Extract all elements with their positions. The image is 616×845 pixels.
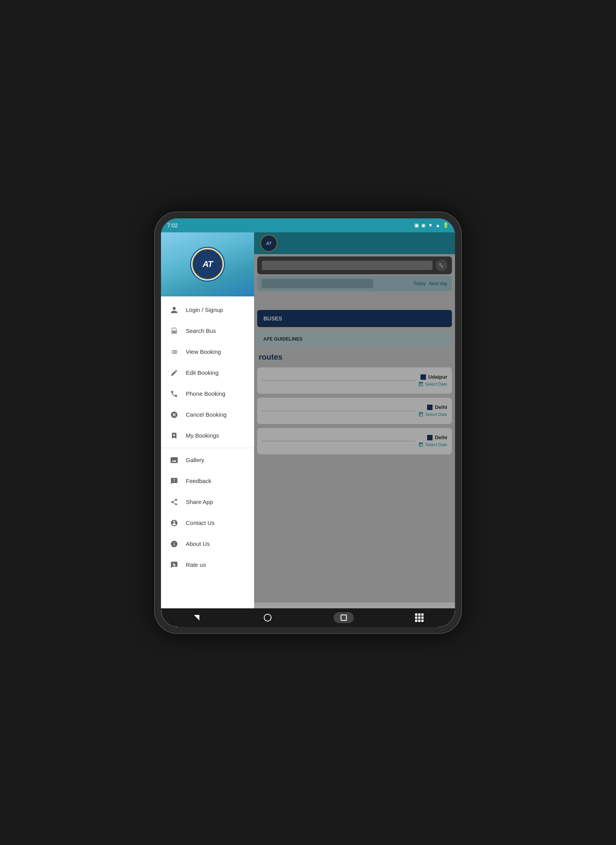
menu-label-edit-booking: Edit Booking — [186, 369, 218, 376]
app-logo: AT — [190, 247, 225, 282]
grid-button[interactable] — [414, 612, 425, 623]
device-nav — [161, 608, 455, 627]
status-time: 7:02 — [167, 222, 178, 229]
menu-item-contact-us[interactable]: Contact Us — [161, 513, 254, 533]
menu-label-cancel-booking: Cancel Booking — [186, 411, 227, 418]
menu-label-gallery: Gallery — [186, 457, 204, 463]
edit-icon — [169, 367, 180, 378]
menu-label-login: Login / Signup — [186, 306, 223, 313]
recents-button[interactable] — [334, 612, 354, 623]
menu-item-login[interactable]: Login / Signup — [161, 300, 254, 320]
logo-text: AT — [202, 259, 213, 269]
rate-icon — [169, 559, 180, 570]
cancel-icon — [169, 409, 180, 420]
signal-icon: ▲ — [435, 222, 440, 228]
drawer: AT Login / Signup — [161, 232, 254, 627]
menu-label-share-app: Share App — [186, 499, 213, 505]
back-button[interactable] — [191, 612, 202, 623]
device-screen: 7:02 ▣ ◉ ▼ ▲ 🔋 AT — [161, 218, 455, 627]
drawer-header: AT — [161, 232, 254, 296]
menu-label-my-bookings: My Bookings — [186, 432, 219, 439]
menu-label-phone-booking: Phone Booking — [186, 390, 225, 397]
main-content: AT Today Next day — [254, 232, 455, 627]
main-area: AT Login / Signup — [161, 232, 455, 627]
menu-item-feedback[interactable]: Feedback — [161, 471, 254, 492]
drawer-menu: Login / Signup Search Bus — [161, 296, 254, 627]
phone-icon — [169, 388, 180, 399]
status-icons: ▣ ◉ ▼ ▲ 🔋 — [414, 222, 449, 228]
menu-item-about-us[interactable]: About Us — [161, 533, 254, 554]
menu-label-contact-us: Contact Us — [186, 519, 215, 526]
location-icon: ◉ — [421, 222, 426, 228]
menu-item-rate-us[interactable]: Rate us — [161, 554, 254, 575]
wifi-icon: ▼ — [428, 222, 433, 228]
status-bar: 7:02 ▣ ◉ ▼ ▲ 🔋 — [161, 218, 455, 232]
list-icon — [169, 346, 180, 357]
share-icon — [169, 497, 180, 507]
menu-label-rate-us: Rate us — [186, 561, 206, 568]
star-bookmark-icon — [169, 430, 180, 441]
menu-item-my-bookings[interactable]: My Bookings — [161, 425, 254, 446]
menu-item-search-bus[interactable]: Search Bus — [161, 320, 254, 341]
menu-item-edit-booking[interactable]: Edit Booking — [161, 362, 254, 383]
device-frame: 7:02 ▣ ◉ ▼ ▲ 🔋 AT — [154, 211, 462, 634]
menu-label-feedback: Feedback — [186, 478, 211, 484]
battery-icon: 🔋 — [443, 222, 449, 228]
menu-item-share-app[interactable]: Share App — [161, 492, 254, 513]
home-button[interactable] — [262, 612, 273, 623]
menu-label-search-bus: Search Bus — [186, 327, 216, 334]
contact-icon — [169, 518, 180, 528]
menu-item-phone-booking[interactable]: Phone Booking — [161, 383, 254, 404]
menu-label-about-us: About Us — [186, 540, 210, 547]
sim-icon: ▣ — [414, 222, 419, 228]
logo-inner: AT — [192, 249, 223, 280]
feedback-icon — [169, 476, 180, 487]
menu-item-cancel-booking[interactable]: Cancel Booking — [161, 404, 254, 425]
overlay[interactable] — [254, 232, 455, 627]
menu-label-view-booking: View Booking — [186, 348, 221, 355]
gallery-icon — [169, 455, 180, 466]
menu-item-gallery[interactable]: Gallery — [161, 450, 254, 471]
menu-item-view-booking[interactable]: View Booking — [161, 341, 254, 362]
info-icon — [169, 539, 180, 549]
person-icon — [169, 305, 180, 315]
bus-icon — [169, 326, 180, 336]
menu-divider — [161, 448, 254, 448]
